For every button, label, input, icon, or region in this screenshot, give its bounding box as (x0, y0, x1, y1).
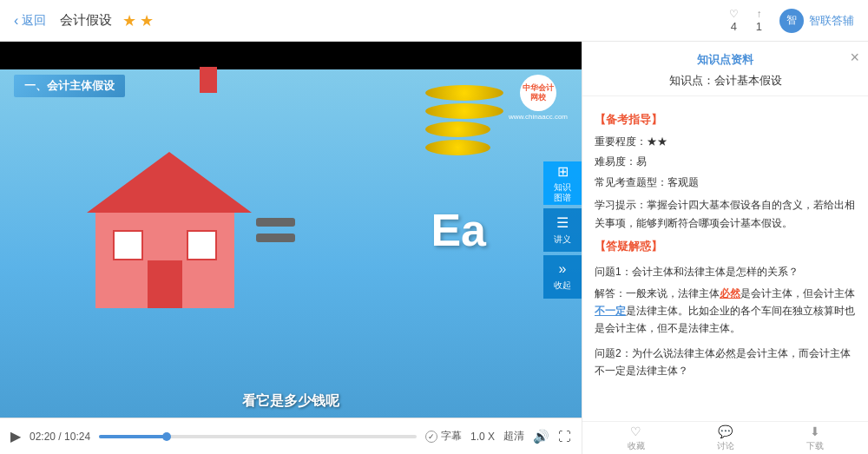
house-window-left (113, 230, 143, 260)
eq-bar-bottom (256, 234, 295, 242)
answer-1: 解答：一般来说，法律主体必然是会计主体，但会计主体不一定是法律主体。比如企业的各… (595, 285, 856, 338)
collapse-label: 收起 (554, 280, 571, 292)
quality-button[interactable]: 超清 (503, 429, 524, 444)
video-logo: 中华会计网校 www.chinaacc.com (509, 75, 568, 121)
house-roof (87, 152, 252, 213)
like-stat[interactable]: ♡ 4 (729, 8, 739, 33)
play-button[interactable]: ▶ (10, 428, 21, 444)
equals-sign (256, 218, 295, 242)
logo-url: www.chinaacc.com (509, 113, 568, 121)
lecture-icon: ☰ (556, 214, 569, 231)
current-time: 02:20 / 10:24 (30, 431, 90, 443)
highlight-bibran: 必然 (720, 287, 740, 299)
progress-fill (99, 435, 167, 438)
collect-icon: ♡ (630, 424, 641, 438)
speed-button[interactable]: 1.0 X (470, 431, 495, 443)
like-count: 4 (731, 20, 737, 33)
back-label: 返回 (22, 13, 46, 29)
question-2: 问题2：为什么说法律主体必然是会计主体，而会计主体不一定是法律主体？ (595, 345, 856, 380)
download-label: 下载 (806, 440, 824, 452)
nav-right-actions: ♡ 4 ↑ 1 智 智联答辅 (729, 8, 854, 33)
share-stat[interactable]: ↑ 1 (756, 8, 762, 33)
hint-text: 学习提示：掌握会计四大基本假设各自的含义，若给出相关事项，能够判断符合哪项会计基… (595, 196, 856, 232)
difficulty-stars: ★ ★ (122, 11, 154, 30)
exam-type-label: 常见考查题型：客观题 (595, 176, 699, 188)
eq-bar-top (256, 218, 295, 227)
knowledge-graph-label: 知识图谱 (554, 182, 571, 203)
volume-button[interactable]: 🔊 (533, 429, 549, 444)
right-panel: × 知识点资料 知识点：会计基本假设 【备考指导】 重要程度：★★ 难易度：易 … (582, 42, 868, 454)
house (87, 152, 243, 308)
back-button[interactable]: ‹ 返回 (14, 13, 46, 29)
collapse-icon: » (559, 261, 567, 277)
panel-subtitle: 知识点：会计基本假设 (596, 73, 854, 89)
house-door (148, 260, 182, 308)
star-1: ★ (122, 11, 136, 30)
difficulty-row: 难易度：易 (595, 153, 856, 170)
back-arrow-icon: ‹ (14, 13, 18, 29)
comment-icon: 💬 (718, 424, 733, 438)
caption-button[interactable]: ✓ 字幕 (425, 429, 462, 444)
share-icon: ↑ (756, 8, 761, 20)
knowledge-graph-button[interactable]: ⊞ 知识图谱 (543, 161, 582, 205)
difficulty-label: 难易度：易 (595, 155, 647, 168)
coin-2 (425, 103, 503, 119)
ea-text: Ea (431, 204, 486, 256)
page-title: 会计假设 (60, 12, 112, 29)
collect-button[interactable]: ♡ 收藏 (628, 424, 645, 452)
logo-circle: 中华会计网校 (520, 75, 556, 111)
lecture-button[interactable]: ☰ 讲义 (543, 208, 582, 252)
video-wrapper: 一、会计主体假设 中华会计网校 www.chinaacc.com (0, 42, 582, 418)
collect-label: 收藏 (628, 440, 645, 452)
main-content: 一、会计主体假设 中华会计网校 www.chinaacc.com (0, 42, 868, 454)
house-chimney (200, 67, 217, 93)
panel-title-link[interactable]: 知识点资料 (596, 52, 854, 68)
video-area: 一、会计主体假设 中华会计网校 www.chinaacc.com (0, 42, 582, 454)
user-account-button[interactable]: 智 智联答辅 (779, 9, 854, 33)
answer-section: 问题1：会计主体和法律主体是怎样的关系？ 解答：一般来说，法律主体必然是会计主体… (595, 263, 856, 379)
progress-dot (162, 432, 171, 441)
progress-bar[interactable] (99, 435, 417, 438)
panel-footer: ♡ 收藏 💬 讨论 ⬇ 下载 (582, 421, 868, 454)
video-top-bar (0, 42, 582, 69)
knowledge-graph-icon: ⊞ (557, 163, 569, 180)
top-navigation: ‹ 返回 会计假设 ★ ★ ♡ 4 ↑ 1 智 智联答辅 (0, 0, 868, 42)
caption-label: 字幕 (441, 429, 462, 444)
video-scene-label: 一、会计主体假设 (14, 75, 125, 97)
user-label: 智联答辅 (809, 13, 854, 29)
house-illustration (52, 111, 278, 348)
exam-type-row: 常见考查题型：客观题 (595, 174, 856, 191)
download-button[interactable]: ⬇ 下载 (806, 424, 824, 452)
fullscreen-button[interactable]: ⛶ (558, 429, 571, 444)
house-window-right (187, 230, 217, 260)
answer-section-title: 【答疑解惑】 (595, 237, 856, 256)
avatar: 智 (779, 9, 804, 33)
panel-header: 知识点资料 知识点：会计基本假设 (582, 42, 868, 96)
comment-label: 讨论 (717, 440, 734, 452)
share-count: 1 (756, 20, 762, 33)
panel-content: 【备考指导】 重要程度：★★ 难易度：易 常见考查题型：客观题 学习提示：掌握会… (582, 96, 868, 421)
lecture-label: 讲义 (554, 234, 571, 246)
like-icon: ♡ (729, 8, 739, 20)
importance-label: 重要程度：★★ (595, 135, 667, 148)
close-button[interactable]: × (850, 49, 859, 67)
video-subtitle: 看它是多少钱呢 (242, 392, 339, 411)
coin-1 (425, 85, 503, 101)
coins-stack (425, 85, 512, 158)
star-2: ★ (140, 11, 154, 30)
video-controls: ▶ 02:20 / 10:24 ✓ 字幕 1.0 X 超清 🔊 ⛶ (0, 418, 582, 454)
coin-3 (425, 122, 490, 137)
house-body (95, 213, 234, 308)
coin-4 (425, 140, 490, 155)
highlight-budingshi: 不一定 (595, 305, 626, 317)
video-scene: 一、会计主体假设 中华会计网校 www.chinaacc.com (0, 42, 582, 418)
importance-row: 重要程度：★★ (595, 133, 856, 150)
comment-button[interactable]: 💬 讨论 (717, 424, 734, 452)
download-icon: ⬇ (810, 424, 820, 438)
video-side-buttons: ⊞ 知识图谱 ☰ 讲义 » 收起 (543, 161, 582, 299)
prep-section-title: 【备考指导】 (595, 110, 856, 129)
collapse-button[interactable]: » 收起 (543, 255, 582, 299)
caption-icon: ✓ (425, 431, 437, 443)
question-1: 问题1：会计主体和法律主体是怎样的关系？ (595, 263, 856, 280)
